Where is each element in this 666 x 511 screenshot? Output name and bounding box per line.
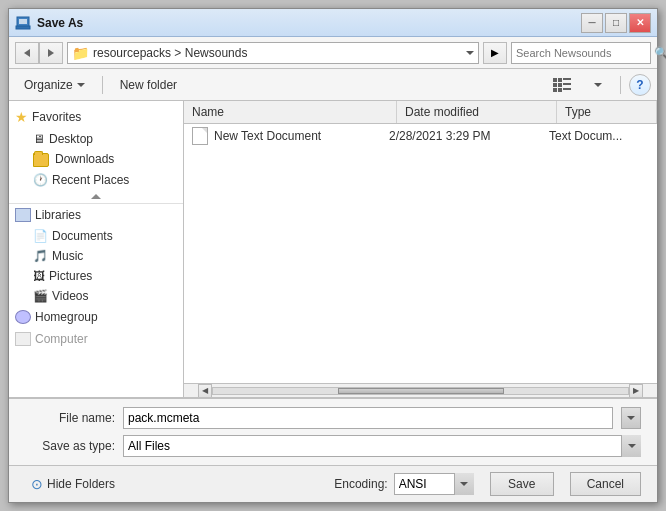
nav-panel: ★ Favorites 🖥 Desktop Downloads 🕐 Recent…	[9, 101, 184, 397]
cancel-button[interactable]: Cancel	[570, 472, 641, 496]
file-icon	[192, 127, 208, 145]
sidebar-item-music[interactable]: 🎵 Music	[9, 246, 183, 266]
back-icon	[24, 49, 30, 57]
breadcrumb-dropdown-icon	[466, 51, 474, 55]
footer: ⊙ Hide Folders Encoding: ANSI Save Cance…	[9, 465, 657, 502]
views-icon	[553, 78, 571, 92]
sidebar-item-recent-places[interactable]: 🕐 Recent Places	[9, 170, 183, 190]
go-icon: ▶	[491, 47, 499, 58]
homegroup-section[interactable]: Homegroup	[9, 306, 183, 328]
savetype-select[interactable]: All Files	[123, 435, 641, 457]
new-folder-label: New folder	[120, 78, 177, 92]
pictures-label: Pictures	[49, 269, 92, 283]
encoding-select-wrapper: ANSI	[394, 473, 474, 495]
scroll-up-icon	[91, 194, 101, 199]
breadcrumb-text: resourcepacks > Newsounds	[93, 46, 247, 60]
encoding-select[interactable]: ANSI	[394, 473, 474, 495]
horizontal-scrollbar[interactable]: ◀ ▶	[184, 383, 657, 397]
music-label: Music	[52, 249, 83, 263]
views-dropdown-icon	[594, 83, 602, 87]
desktop-icon: 🖥	[33, 132, 45, 146]
minimize-button[interactable]: ─	[581, 13, 603, 33]
svg-rect-8	[563, 83, 571, 85]
sidebar-item-videos[interactable]: 🎬 Videos	[9, 286, 183, 306]
svg-rect-6	[553, 83, 557, 87]
col-date-header[interactable]: Date modified	[397, 101, 557, 123]
svg-rect-10	[558, 88, 562, 92]
computer-section[interactable]: Computer	[9, 328, 183, 350]
svg-rect-7	[558, 83, 562, 87]
views-button[interactable]	[548, 74, 576, 96]
file-name: New Text Document	[214, 129, 389, 143]
documents-icon: 📄	[33, 229, 48, 243]
toolbar: Organize New folder ?	[9, 69, 657, 101]
downloads-label: Downloads	[55, 152, 114, 166]
search-box[interactable]: 🔍	[511, 42, 651, 64]
svg-rect-4	[558, 78, 562, 82]
encoding-label: Encoding:	[334, 477, 387, 491]
scroll-track[interactable]	[212, 387, 629, 395]
nav-buttons	[15, 42, 63, 64]
scroll-right-button[interactable]: ▶	[629, 384, 643, 398]
libraries-icon	[15, 208, 31, 222]
save-button[interactable]: Save	[490, 472, 554, 496]
organize-dropdown-icon	[77, 83, 85, 87]
scroll-thumb[interactable]	[338, 388, 504, 394]
col-type-header[interactable]: Type	[557, 101, 657, 123]
downloads-folder-icon	[33, 152, 49, 167]
organize-button[interactable]: Organize	[15, 74, 94, 96]
favorites-star-icon: ★	[15, 109, 28, 125]
pictures-icon: 🖼	[33, 269, 45, 283]
breadcrumb[interactable]: 📁 resourcepacks > Newsounds	[67, 42, 479, 64]
back-button[interactable]	[15, 42, 39, 64]
svg-rect-2	[19, 19, 27, 24]
dialog-title: Save As	[37, 16, 581, 30]
close-button[interactable]: ✕	[629, 13, 651, 33]
maximize-button[interactable]: □	[605, 13, 627, 33]
filename-input[interactable]	[123, 407, 613, 429]
search-icon[interactable]: 🔍	[654, 46, 666, 60]
filename-dropdown-icon[interactable]	[621, 407, 641, 429]
toolbar-separator-2	[620, 76, 621, 94]
new-folder-button[interactable]: New folder	[111, 74, 186, 96]
scroll-indicator	[9, 190, 183, 204]
col-name-header[interactable]: Name	[184, 101, 397, 123]
sidebar-item-pictures[interactable]: 🖼 Pictures	[9, 266, 183, 286]
libraries-label: Libraries	[35, 208, 81, 222]
title-bar: Save As ─ □ ✕	[9, 9, 657, 37]
folder-icon: 📁	[72, 45, 89, 61]
computer-label: Computer	[35, 332, 88, 346]
svg-rect-5	[563, 78, 571, 80]
documents-label: Documents	[52, 229, 113, 243]
svg-rect-3	[553, 78, 557, 82]
forward-button[interactable]	[39, 42, 63, 64]
filename-label: File name:	[25, 411, 115, 425]
sidebar-item-desktop[interactable]: 🖥 Desktop	[9, 129, 183, 149]
file-panel: Name Date modified Type New Text Documen…	[184, 101, 657, 397]
savetype-select-wrapper: All Files	[123, 435, 641, 457]
table-row[interactable]: New Text Document 2/28/2021 3:29 PM Text…	[184, 124, 657, 148]
encoding-section: Encoding: ANSI	[334, 473, 473, 495]
savetype-label: Save as type:	[25, 439, 115, 453]
forward-icon	[48, 49, 54, 57]
scroll-left-button[interactable]: ◀	[198, 384, 212, 398]
go-button[interactable]: ▶	[483, 42, 507, 64]
music-icon: 🎵	[33, 249, 48, 263]
hide-folders-label: Hide Folders	[47, 477, 115, 491]
sidebar-item-downloads[interactable]: Downloads	[9, 149, 183, 170]
form-area: File name: Save as type: All Files	[9, 397, 657, 465]
dialog-icon	[15, 15, 31, 31]
libraries-section[interactable]: Libraries	[9, 204, 183, 226]
views-dropdown-button[interactable]	[584, 74, 612, 96]
filename-chevron-icon	[627, 416, 635, 420]
svg-rect-1	[16, 26, 30, 29]
file-type: Text Docum...	[549, 129, 649, 143]
search-input[interactable]	[516, 47, 654, 59]
favorites-label: Favorites	[32, 110, 81, 124]
desktop-label: Desktop	[49, 132, 93, 146]
file-list-header: Name Date modified Type	[184, 101, 657, 124]
hide-folders-button[interactable]: ⊙ Hide Folders	[25, 474, 121, 494]
help-button[interactable]: ?	[629, 74, 651, 96]
sidebar-item-documents[interactable]: 📄 Documents	[9, 226, 183, 246]
favorites-section[interactable]: ★ Favorites	[9, 105, 183, 129]
